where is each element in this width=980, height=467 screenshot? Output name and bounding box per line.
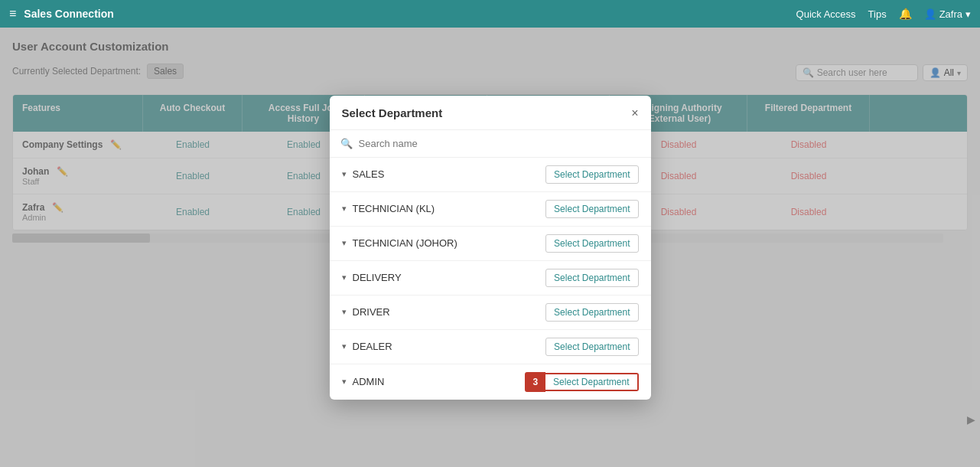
modal-search-icon: 🔍: [340, 138, 353, 149]
select-department-modal: Select Department × 🔍 ▾ SALES Select Dep…: [330, 96, 651, 400]
department-list-item: ▾ DEALER Select Department: [330, 330, 651, 364]
select-department-button[interactable]: Select Department: [545, 234, 638, 253]
department-list-item: ▾ TECHNICIAN (JOHOR) Select Department: [330, 227, 651, 261]
chevron-down-icon: ▾: [342, 238, 347, 248]
page-content: User Account Customization Currently Sel…: [0, 28, 980, 467]
dept-name: SALES: [353, 168, 385, 180]
user-name: Zafra: [939, 8, 962, 20]
admin-count-badge: 3: [525, 372, 545, 392]
modal-body: ▾ SALES Select Department ▾ TECHNICIAN (…: [330, 158, 651, 400]
chevron-down-icon: ▾: [342, 341, 347, 351]
chevron-down-icon: ▾: [342, 204, 347, 214]
bell-icon[interactable]: 🔔: [899, 8, 912, 20]
department-list-item: ▾ TECHNICIAN (KL) Select Department: [330, 192, 651, 227]
modal-overlay: Select Department × 🔍 ▾ SALES Select Dep…: [0, 28, 980, 467]
nav-right: Quick Access Tips 🔔 👤 Zafra ▾: [796, 8, 971, 20]
department-list-item: ▾ DRIVER Select Department: [330, 296, 651, 330]
chevron-down-icon: ▾: [342, 307, 347, 317]
modal-title: Select Department: [342, 106, 443, 119]
dept-name: TECHNICIAN (KL): [353, 203, 435, 214]
dept-name: DRIVER: [353, 306, 390, 318]
dept-name: ADMIN: [353, 376, 385, 387]
modal-search-wrap: 🔍: [330, 130, 651, 158]
select-department-button[interactable]: Select Department: [545, 269, 638, 287]
department-list-item: ▾ DELIVERY Select Department: [330, 261, 651, 296]
select-department-button-admin[interactable]: Select Department: [545, 373, 638, 391]
select-department-button[interactable]: Select Department: [545, 303, 638, 322]
user-avatar-icon: 👤: [924, 8, 936, 20]
select-department-button[interactable]: Select Department: [545, 165, 638, 184]
department-list-item: ▾ SALES Select Department: [330, 158, 651, 192]
department-search-input[interactable]: [359, 138, 640, 149]
chevron-down-icon: ▾: [342, 169, 347, 179]
nav-left: ≡ Sales Connection: [9, 7, 114, 21]
user-chevron-icon: ▾: [965, 8, 971, 20]
tips-link[interactable]: Tips: [868, 8, 887, 20]
dept-name: DEALER: [353, 341, 392, 352]
dept-name: DELIVERY: [353, 272, 402, 283]
dept-name: TECHNICIAN (JOHOR): [353, 237, 457, 249]
select-department-button[interactable]: Select Department: [545, 338, 638, 356]
chevron-down-icon: ▾: [342, 377, 347, 387]
select-department-button[interactable]: Select Department: [545, 200, 638, 218]
modal-header: Select Department ×: [330, 96, 651, 130]
top-nav: ≡ Sales Connection Quick Access Tips 🔔 👤…: [0, 0, 980, 28]
admin-select-wrap: 3 Select Department: [525, 372, 638, 392]
close-icon[interactable]: ×: [631, 106, 638, 120]
chevron-down-icon: ▾: [342, 273, 347, 282]
app-title: Sales Connection: [24, 8, 113, 20]
department-list-item-admin: ▾ ADMIN 3 Select Department: [330, 364, 651, 400]
hamburger-icon[interactable]: ≡: [9, 7, 16, 21]
user-menu[interactable]: 👤 Zafra ▾: [924, 8, 971, 20]
quick-access-link[interactable]: Quick Access: [796, 8, 856, 20]
